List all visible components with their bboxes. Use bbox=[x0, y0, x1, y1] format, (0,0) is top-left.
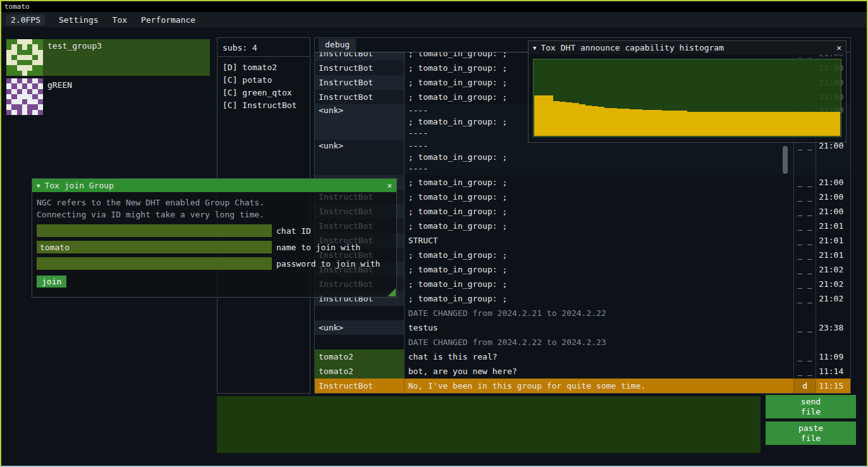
message-text[interactable]: ---- ; tomato_in_group: ; ---- bbox=[405, 140, 795, 175]
histogram-window-titlebar[interactable]: ▼ Tox DHT announce capability histogram … bbox=[529, 41, 846, 54]
message-author[interactable]: InstructBot bbox=[315, 379, 405, 393]
message-row[interactable]: tomato2 bot, are you new here? _ _ 11:14 bbox=[315, 364, 850, 379]
join-window-body: NGC refers to the New DHT enabled Group … bbox=[32, 192, 396, 292]
message-row[interactable]: <unk> testus _ _ 23:38 bbox=[315, 320, 850, 335]
paste-file-button[interactable]: paste file bbox=[766, 422, 856, 445]
group-name: gREEN bbox=[47, 80, 72, 115]
message-text[interactable]: No, I've been in this group for quite so… bbox=[405, 379, 795, 393]
member-tomato2[interactable]: [D] tomato2 bbox=[223, 61, 305, 74]
close-icon[interactable]: ✕ bbox=[836, 43, 841, 52]
message-row[interactable]: DATE CHANGED from 2024.2.21 to 2024.2.22 bbox=[315, 306, 850, 320]
message-text[interactable]: ; tomato_in_group: ; bbox=[405, 204, 795, 219]
message-status bbox=[794, 306, 816, 320]
menu-bar: 2.0FPS Settings Tox Performance bbox=[1, 12, 867, 27]
message-author[interactable] bbox=[315, 335, 405, 349]
message-time: 21:02 bbox=[816, 291, 850, 306]
message-row[interactable]: InstructBot No, I've been in this group … bbox=[315, 379, 850, 393]
tab-debug[interactable]: debug bbox=[319, 39, 356, 52]
message-author[interactable]: <unk> bbox=[315, 140, 405, 175]
message-text[interactable]: ; tomato_in_group: ; bbox=[405, 291, 795, 306]
message-status: _ _ bbox=[794, 219, 816, 233]
window-titlebar[interactable]: tomato bbox=[1, 1, 867, 12]
collapse-icon[interactable]: ▼ bbox=[37, 183, 40, 189]
message-author[interactable] bbox=[315, 306, 405, 320]
paste-file-label: paste bbox=[798, 423, 823, 434]
message-time bbox=[816, 306, 850, 320]
message-status: _ _ bbox=[794, 291, 816, 306]
fps-counter: 2.0FPS bbox=[6, 15, 45, 25]
message-status: _ _ bbox=[794, 277, 816, 291]
member-potato[interactable]: [C] potato bbox=[223, 74, 305, 87]
collapse-icon[interactable]: ▼ bbox=[533, 45, 536, 51]
message-status: _ _ bbox=[794, 349, 816, 364]
message-status bbox=[794, 335, 816, 349]
message-text[interactable]: ; tomato_in_group: ; bbox=[405, 248, 795, 262]
message-status: _ _ bbox=[794, 233, 816, 248]
join-hint-line2: Connecting via ID might take a very long… bbox=[37, 209, 392, 221]
group-avatar bbox=[6, 39, 43, 76]
message-author[interactable]: tomato2 bbox=[315, 349, 405, 364]
group-item-test_group3[interactable]: test_group3 bbox=[6, 39, 210, 76]
menu-performance[interactable]: Performance bbox=[141, 15, 195, 25]
message-text[interactable]: ; tomato_in_group: ; bbox=[405, 277, 795, 291]
paste-file-label: file bbox=[801, 434, 821, 444]
message-author[interactable]: <unk> bbox=[315, 104, 405, 140]
message-text[interactable]: chat is this real? bbox=[405, 349, 795, 364]
group-avatar bbox=[6, 78, 43, 115]
message-time bbox=[816, 335, 850, 349]
member-green_qtox[interactable]: [C] green_qtox bbox=[223, 87, 305, 99]
message-input[interactable] bbox=[217, 396, 761, 453]
message-text[interactable]: ; tomato_in_group: ; bbox=[405, 190, 795, 204]
message-text[interactable]: bot, are you new here? bbox=[405, 364, 795, 379]
message-text[interactable]: ; tomato_in_group: ; bbox=[405, 262, 795, 277]
message-text[interactable]: DATE CHANGED from 2024.2.22 to 2024.2.23 bbox=[405, 335, 795, 349]
member-instructbot[interactable]: [C] InstructBot bbox=[223, 99, 305, 112]
send-file-label: file bbox=[801, 407, 821, 417]
message-author[interactable]: InstructBot bbox=[315, 52, 405, 61]
message-author[interactable]: InstructBot bbox=[315, 61, 405, 75]
message-time: 21:01 bbox=[816, 233, 850, 248]
message-row[interactable]: tomato2 chat is this real? _ _ 11:09 bbox=[315, 349, 850, 364]
message-row[interactable]: <unk> ---- ; tomato_in_group: ; ---- _ _… bbox=[315, 140, 850, 175]
message-text[interactable]: testus bbox=[405, 320, 795, 335]
join-name-label: name to join with bbox=[276, 243, 360, 252]
scrollbar-thumb[interactable] bbox=[783, 146, 788, 174]
join-window-titlebar[interactable]: ▼ Tox join Group ✕ bbox=[32, 179, 396, 192]
histogram-plot bbox=[533, 59, 841, 137]
send-file-label: send bbox=[801, 397, 821, 407]
message-author[interactable]: InstructBot bbox=[315, 90, 405, 104]
message-text[interactable]: ; tomato_in_group: ; bbox=[405, 175, 795, 190]
message-text[interactable]: ; tomato_in_group: ; bbox=[405, 219, 795, 233]
send-file-button[interactable]: send file bbox=[766, 395, 856, 418]
message-status: _ _ bbox=[794, 140, 816, 175]
message-time: 23:38 bbox=[816, 320, 850, 335]
close-icon[interactable]: ✕ bbox=[387, 181, 392, 190]
group-item-green[interactable]: gREEN bbox=[6, 78, 210, 115]
message-time: 21:02 bbox=[816, 277, 850, 291]
separator bbox=[217, 56, 310, 57]
menu-tox[interactable]: Tox bbox=[113, 15, 127, 25]
message-author[interactable]: tomato2 bbox=[315, 364, 405, 379]
chat-id-label: chat ID bbox=[276, 226, 311, 236]
message-text[interactable]: DATE CHANGED from 2024.2.21 to 2024.2.22 bbox=[405, 306, 795, 320]
main-area: test_group3 gREEN subs: 4 [D] tomato2 [C… bbox=[1, 27, 867, 466]
histogram-window-title: Tox DHT announce capability histogram bbox=[541, 43, 724, 52]
message-author[interactable]: <unk> bbox=[315, 320, 405, 335]
resize-grip-icon[interactable] bbox=[388, 288, 396, 296]
menu-settings[interactable]: Settings bbox=[59, 15, 99, 25]
join-button[interactable]: join bbox=[37, 276, 66, 288]
join-name-input[interactable] bbox=[37, 241, 272, 253]
histogram-bars bbox=[534, 60, 840, 136]
chat-id-input[interactable] bbox=[37, 224, 272, 237]
message-author[interactable]: InstructBot bbox=[315, 75, 405, 90]
message-time: 21:00 bbox=[816, 140, 850, 175]
message-row[interactable]: DATE CHANGED from 2024.2.22 to 2024.2.23 bbox=[315, 335, 850, 349]
message-time: 11:14 bbox=[816, 364, 850, 379]
message-time: 21:01 bbox=[816, 219, 850, 233]
message-text[interactable]: STRUCT bbox=[405, 233, 795, 248]
message-time: 21:00 bbox=[816, 204, 850, 219]
join-hint-line1: NGC refers to the New DHT enabled Group … bbox=[37, 197, 392, 209]
message-time: 21:00 bbox=[816, 190, 850, 204]
join-password-input[interactable] bbox=[37, 257, 272, 270]
message-time: 11:09 bbox=[816, 349, 850, 364]
